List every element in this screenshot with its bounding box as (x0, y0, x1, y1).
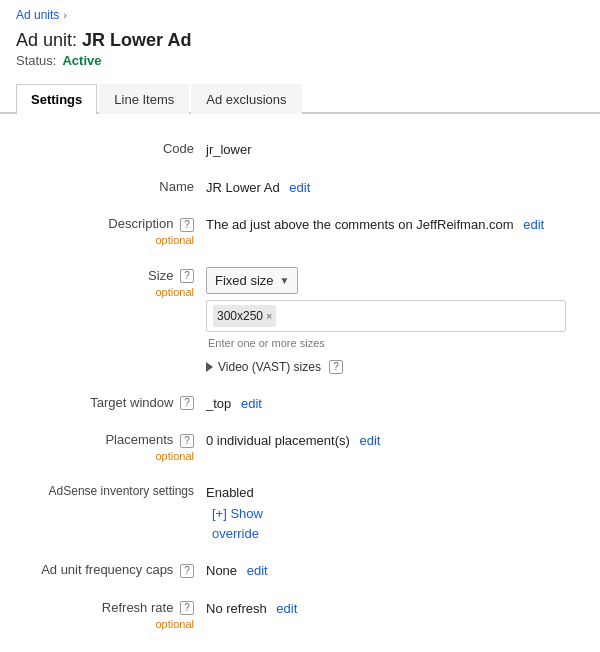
refresh-optional: optional (16, 617, 194, 632)
adsense-value: Enabled (206, 485, 254, 500)
size-dropdown-label: Fixed size (215, 271, 274, 291)
adsense-row: AdSense inventory settings Enabled [+] S… (0, 473, 600, 552)
target-window-label: Target window ? (16, 392, 206, 412)
description-label: Description ? optional (16, 213, 206, 249)
code-value: jr_lower (206, 138, 584, 160)
adsense-label: AdSense inventory settings (16, 481, 206, 500)
target-window-edit-link[interactable]: edit (241, 396, 262, 411)
size-tag-close-icon[interactable]: × (266, 308, 272, 325)
video-sizes-label: Video (VAST) sizes (218, 358, 321, 376)
size-value-container: Fixed size ▼ 300x250 × Enter one or more… (206, 265, 584, 376)
refresh-rate-value: No refresh (206, 601, 267, 616)
size-dropdown[interactable]: Fixed size ▼ (206, 267, 298, 295)
ad-unit-name-title: JR Lower Ad (82, 30, 191, 50)
placements-help-icon[interactable]: ? (180, 434, 194, 448)
size-hint: Enter one or more sizes (206, 335, 584, 352)
triangle-right-icon (206, 362, 213, 372)
placements-optional: optional (16, 449, 194, 464)
size-row: Size ? optional Fixed size ▼ 300x250 × E… (0, 257, 600, 384)
placements-edit-link[interactable]: edit (359, 433, 380, 448)
page-title: Ad unit: JR Lower Ad (16, 30, 584, 51)
size-tag-value: 300x250 (217, 307, 263, 325)
tab-line-items[interactable]: Line Items (99, 84, 189, 114)
breadcrumb-link[interactable]: Ad units (16, 8, 59, 22)
adsense-show-link[interactable]: [+] Show (212, 504, 584, 524)
tabs: Settings Line Items Ad exclusions (0, 82, 600, 114)
adsense-override-link[interactable]: override (212, 524, 584, 544)
title-prefix: Ad unit: (16, 30, 82, 50)
size-tag: 300x250 × (213, 305, 276, 327)
placements-label: Placements ? optional (16, 429, 206, 465)
code-row: Code jr_lower (0, 130, 600, 168)
refresh-rate-edit-link[interactable]: edit (276, 601, 297, 616)
video-sizes-row[interactable]: Video (VAST) sizes ? (206, 358, 584, 376)
name-edit-link[interactable]: edit (289, 180, 310, 195)
tab-ad-exclusions[interactable]: Ad exclusions (191, 84, 301, 114)
description-value-container: The ad just above the comments on JeffRe… (206, 213, 584, 235)
placements-value-container: 0 individual placement(s) edit (206, 429, 584, 451)
refresh-rate-value-container: No refresh edit (206, 597, 584, 619)
tab-settings[interactable]: Settings (16, 84, 97, 114)
size-input-area[interactable]: 300x250 × (206, 300, 566, 332)
adsense-value-container: Enabled [+] Show override (206, 481, 584, 544)
refresh-rate-row: Refresh rate ? optional No refresh edit (0, 589, 600, 641)
freq-caps-label: Ad unit frequency caps ? (16, 559, 206, 579)
placements-row: Placements ? optional 0 individual place… (0, 421, 600, 473)
placements-value: 0 individual placement(s) (206, 433, 350, 448)
description-optional: optional (16, 233, 194, 248)
status-line: Status: Active (16, 53, 584, 68)
target-window-help-icon[interactable]: ? (180, 396, 194, 410)
description-edit-link[interactable]: edit (523, 217, 544, 232)
target-window-row: Target window ? _top edit (0, 384, 600, 422)
freq-caps-value-container: None edit (206, 559, 584, 581)
code-label: Code (16, 138, 206, 158)
description-value: The ad just above the comments on JeffRe… (206, 217, 514, 232)
refresh-rate-help-icon[interactable]: ? (180, 601, 194, 615)
description-row: Description ? optional The ad just above… (0, 205, 600, 257)
status-badge: Active (62, 53, 101, 68)
dropdown-arrow-icon: ▼ (280, 273, 290, 288)
size-help-icon[interactable]: ? (180, 269, 194, 283)
form-content: Code jr_lower Name JR Lower Ad edit Desc… (0, 114, 600, 652)
size-optional: optional (16, 285, 194, 300)
freq-caps-row: Ad unit frequency caps ? None edit (0, 551, 600, 589)
description-help-icon[interactable]: ? (180, 218, 194, 232)
freq-caps-value: None (206, 563, 237, 578)
name-label: Name (16, 176, 206, 196)
target-window-value-container: _top edit (206, 392, 584, 414)
name-value: JR Lower Ad (206, 180, 280, 195)
refresh-rate-label: Refresh rate ? optional (16, 597, 206, 633)
freq-caps-help-icon[interactable]: ? (180, 564, 194, 578)
freq-caps-edit-link[interactable]: edit (247, 563, 268, 578)
name-row: Name JR Lower Ad edit (0, 168, 600, 206)
video-sizes-help-icon[interactable]: ? (329, 360, 343, 374)
size-label: Size ? optional (16, 265, 206, 301)
page-header: Ad unit: JR Lower Ad Status: Active (0, 26, 600, 72)
target-window-value: _top (206, 396, 231, 411)
breadcrumb: Ad units › (0, 0, 600, 26)
name-value-container: JR Lower Ad edit (206, 176, 584, 198)
breadcrumb-separator: › (63, 9, 67, 21)
status-label: Status: (16, 53, 56, 68)
